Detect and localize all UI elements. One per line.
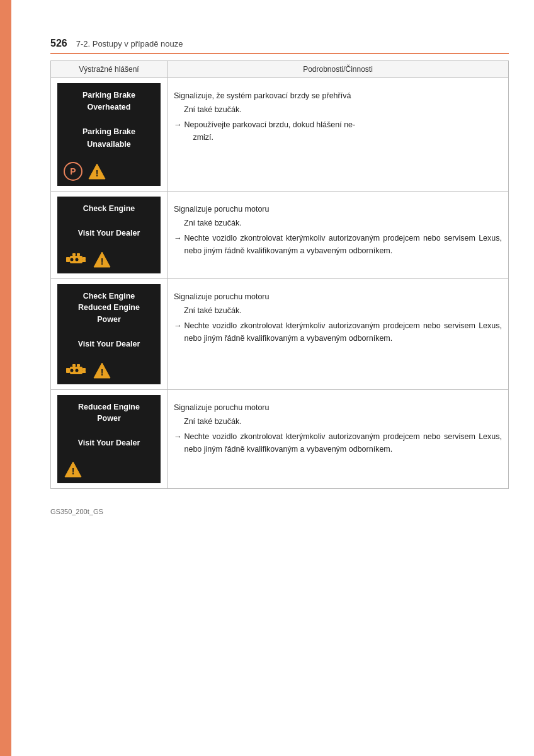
warning-box-parking: Parking Brake Overheated Parking Brake U… — [57, 83, 161, 157]
arrow-symbol-3: → — [174, 319, 182, 332]
svg-rect-17 — [82, 371, 86, 373]
svg-point-19 — [76, 369, 79, 372]
beep-text: Zní také bzučák. — [184, 103, 502, 116]
svg-text:!: ! — [96, 168, 99, 178]
warning-triangle-icon-4: ! — [64, 461, 82, 478]
arrow-symbol: → — [174, 118, 182, 131]
signal-text-4: Signalizuje poruchu motoru — [174, 401, 502, 414]
signal-text-2: Signalizuje poruchu motoru — [174, 203, 502, 215]
svg-text:!: ! — [101, 256, 104, 266]
warning-triangle-icon-1: ! — [88, 163, 106, 180]
warning-line-1: Parking Brake — [62, 89, 156, 101]
arrow-content-3: Nechte vozidlo zkontrolovat kterýmkoliv … — [185, 319, 503, 345]
arrow-text-4: → Nechte vozidlo zkontrolovat kterýmkoli… — [174, 430, 502, 455]
svg-point-8 — [71, 258, 74, 261]
warning-cell-reduced: Reduced Engine Power Visit Your Dealer ! — [51, 389, 168, 488]
svg-rect-6 — [82, 257, 86, 260]
warning-cell-check-reduced: Check Engine Reduced Engine Power Visit … — [51, 278, 168, 389]
svg-rect-16 — [82, 368, 86, 371]
warning-line-check-engine-1: Check Engine — [62, 203, 156, 215]
svg-text:!: ! — [72, 466, 75, 476]
details-reduced: Signalizuje poruchu motoru Zní také bzuč… — [174, 395, 502, 455]
svg-point-18 — [71, 369, 74, 372]
warning-line-reduced-2: Power — [62, 413, 156, 425]
arrow-symbol-4: → — [174, 430, 182, 443]
signal-text: Signalizuje, že systém parkovací brzdy s… — [174, 89, 502, 102]
warning-line-reduced-3: Visit Your Dealer — [62, 437, 156, 449]
col-warning-header: Výstražné hlášení — [51, 61, 168, 78]
details-cell-parking: Signalizuje, že systém parkovací brzdy s… — [168, 78, 509, 192]
details-cell-check-engine: Signalizuje poruchu motoru Zní také bzuč… — [168, 192, 509, 279]
page-number: 526 — [50, 38, 67, 49]
details-check-engine: Signalizuje poruchu motoru Zní také bzuč… — [174, 197, 502, 257]
beep-text-3: Zní také bzučák. — [184, 304, 502, 317]
icon-row-reduced: ! — [57, 455, 161, 483]
engine-icon-2 — [64, 362, 88, 379]
icon-row-parking: P ! — [57, 157, 161, 186]
footer-text: GS350_200t_GS — [50, 508, 103, 515]
details-cell-reduced: Signalizuje poruchu motoru Zní také bzuč… — [168, 389, 509, 488]
svg-rect-14 — [72, 364, 76, 367]
warning-line-check-reduced-1: Check Engine — [62, 290, 156, 302]
svg-rect-12 — [66, 368, 70, 373]
arrow-content-2: Nechte vozidlo zkontrolovat kterýmkoliv … — [185, 232, 503, 257]
warning-box-check-reduced: Check Engine Reduced Engine Power Visit … — [57, 284, 161, 357]
page-content: 526 7-2. Postupy v případě nouze Výstraž… — [19, 0, 534, 553]
table-row: Check Engine Reduced Engine Power Visit … — [51, 278, 509, 389]
main-table: Výstražné hlášení Podrobnosti/Činnosti P… — [50, 60, 509, 489]
svg-rect-2 — [66, 257, 70, 262]
col-details-header: Podrobnosti/Činnosti — [168, 61, 509, 78]
warning-line-reduced-1: Reduced Engine — [62, 401, 156, 413]
arrow-content-4: Nechte vozidlo zkontrolovat kterýmkoliv … — [185, 430, 503, 455]
warning-triangle-icon-3: ! — [93, 362, 111, 379]
details-parking: Signalizuje, že systém parkovací brzdy s… — [174, 83, 502, 144]
warning-line-check-reduced-3: Power — [62, 314, 156, 326]
svg-rect-7 — [82, 260, 86, 262]
warning-line-check-engine-2: Visit Your Dealer — [62, 227, 156, 239]
engine-icon-1 — [64, 251, 88, 268]
page-footer: GS350_200t_GS — [50, 508, 509, 515]
parking-p-icon: P — [64, 162, 82, 181]
warning-line-check-reduced-2: Reduced Engine — [62, 302, 156, 314]
warning-line-2: Overheated — [62, 101, 156, 113]
arrow-text-2: → Nechte vozidlo zkontrolovat kterýmkoli… — [174, 232, 502, 257]
warning-line-4: Unavailable — [62, 139, 156, 151]
icon-row-check-engine: ! — [57, 246, 161, 273]
arrow-text: → Nepoužívejte parkovací brzdu, dokud hl… — [174, 118, 502, 144]
details-cell-check-reduced: Signalizuje poruchu motoru Zní také bzuč… — [168, 278, 509, 389]
warning-cell-check-engine: Check Engine Visit Your Dealer — [51, 192, 168, 279]
arrow-content: Nepoužívejte parkovací brzdu, dokud hláš… — [185, 118, 503, 144]
svg-rect-5 — [77, 253, 80, 256]
warning-line-3: Parking Brake — [62, 126, 156, 138]
icon-row-check-reduced: ! — [57, 357, 161, 384]
warning-cell-parking: Parking Brake Overheated Parking Brake U… — [51, 78, 168, 192]
section-title: 7-2. Postupy v případě nouze — [76, 39, 183, 49]
warning-line-check-reduced-4: Visit Your Dealer — [62, 338, 156, 350]
svg-rect-15 — [77, 364, 80, 367]
sidebar-bar — [0, 0, 11, 756]
warning-box-reduced: Reduced Engine Power Visit Your Dealer — [57, 395, 161, 455]
table-row: Reduced Engine Power Visit Your Dealer ! — [51, 389, 509, 488]
beep-text-4: Zní také bzučák. — [184, 415, 502, 428]
warning-box-check-engine: Check Engine Visit Your Dealer — [57, 197, 161, 246]
svg-rect-4 — [72, 253, 76, 256]
warning-triangle-icon-2: ! — [93, 251, 111, 268]
table-row: Parking Brake Overheated Parking Brake U… — [51, 78, 509, 192]
table-row: Check Engine Visit Your Dealer — [51, 192, 509, 279]
details-check-reduced: Signalizuje poruchu motoru Zní také bzuč… — [174, 284, 502, 345]
signal-text-3: Signalizuje poruchu motoru — [174, 290, 502, 303]
svg-point-9 — [76, 258, 79, 261]
arrow-text-3: → Nechte vozidlo zkontrolovat kterýmkoli… — [174, 319, 502, 345]
page-header: 526 7-2. Postupy v případě nouze — [50, 38, 509, 54]
park-circle: P — [64, 162, 82, 181]
arrow-symbol-2: → — [174, 232, 182, 244]
svg-text:!: ! — [101, 367, 104, 377]
beep-text-2: Zní také bzučák. — [184, 217, 502, 229]
